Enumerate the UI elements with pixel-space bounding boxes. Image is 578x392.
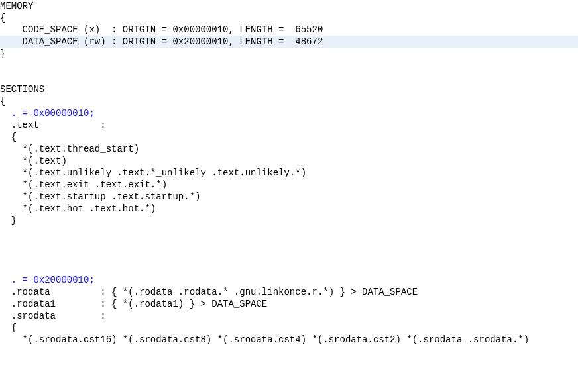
code-line-0: MEMORY	[0, 0, 578, 12]
code-line-28: *(.srodata.cst16) *(.srodata.cst8) *(.sr…	[0, 334, 578, 346]
code-line-8: {	[0, 95, 578, 107]
code-line-26: .srodata :	[0, 310, 578, 322]
code-line-16: *(.text.startup .text.startup.*)	[0, 191, 578, 203]
code-line-24: .rodata : { *(.rodata .rodata.* .gnu.lin…	[0, 286, 578, 298]
code-line-27: {	[0, 322, 578, 334]
code-line-5	[0, 60, 578, 72]
code-line-23: . = 0x20000010;	[0, 274, 578, 286]
code-line-7: SECTIONS	[0, 83, 578, 95]
code-line-10: .text :	[0, 119, 578, 131]
code-line-25: .rodata1 : { *(.rodata1) } > DATA_SPACE	[0, 298, 578, 310]
code-line-18: }	[0, 215, 578, 226]
code-line-9: . = 0x00000010;	[0, 107, 578, 119]
code-line-4: }	[0, 48, 578, 60]
code-line-21	[0, 250, 578, 262]
code-line-15: *(.text.exit .text.exit.*)	[0, 179, 578, 191]
code-line-19	[0, 226, 578, 238]
code-line-12: *(.text.thread_start)	[0, 143, 578, 155]
code-line-13: *(.text)	[0, 155, 578, 167]
code-line-22	[0, 262, 578, 274]
code-line-11: {	[0, 131, 578, 143]
code-line-6	[0, 72, 578, 83]
code-line-14: *(.text.unlikely .text.*_unlikely .text.…	[0, 167, 578, 179]
code-line-1: {	[0, 12, 578, 24]
code-line-17: *(.text.hot .text.hot.*)	[0, 203, 578, 215]
linker-script-code-block: MEMORY{ CODE_SPACE (x) : ORIGIN = 0x0000…	[0, 0, 578, 346]
code-line-20	[0, 238, 578, 250]
code-line-3: DATA_SPACE (rw) : ORIGIN = 0x20000010, L…	[0, 36, 578, 48]
code-line-2: CODE_SPACE (x) : ORIGIN = 0x00000010, LE…	[0, 24, 578, 36]
